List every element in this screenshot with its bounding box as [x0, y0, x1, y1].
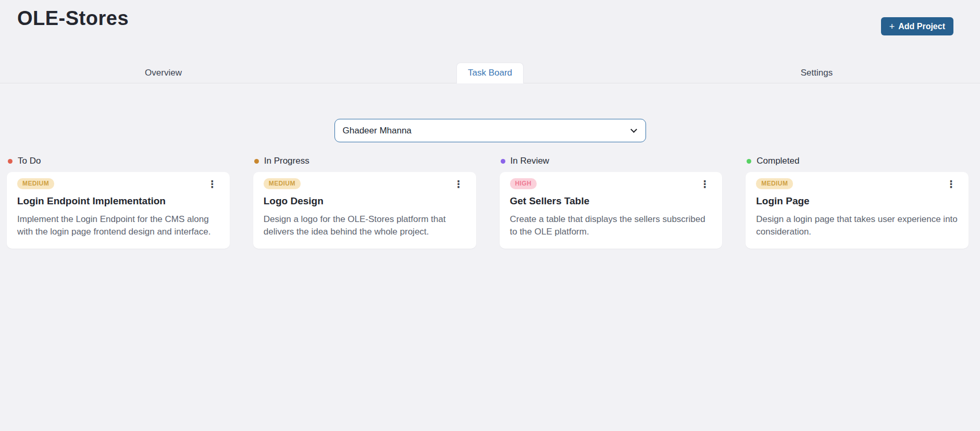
task-description: Implement the Login Endpoint for the CMS… [17, 213, 219, 238]
task-description: Design a logo for the OLE-Stores platfor… [264, 213, 466, 238]
tab-task-board[interactable]: Task Board [456, 63, 524, 83]
task-description: Create a table that displays the sellers… [510, 213, 712, 238]
task-card[interactable]: MEDIUM ⋮ Login Endpoint Implementation I… [7, 172, 230, 249]
app-root: OLE-Stores + Add Project Overview Task B… [0, 0, 980, 249]
task-description: Design a login page that takes user expe… [756, 213, 958, 238]
tab-settings[interactable]: Settings [790, 63, 843, 83]
tab-overview[interactable]: Overview [134, 63, 193, 83]
task-board-panel: Ghadeer Mhanna To Do MEDIUM ⋮ Login Endp… [0, 83, 980, 249]
column-title: In Progress [264, 156, 309, 166]
kanban-board: To Do MEDIUM ⋮ Login Endpoint Implementa… [0, 156, 980, 249]
add-project-button[interactable]: + Add Project [881, 17, 953, 35]
kebab-menu-icon[interactable]: ⋮ [452, 178, 466, 189]
column-title: Completed [756, 156, 799, 166]
priority-badge: MEDIUM [17, 178, 54, 189]
column-header: To Do [8, 156, 230, 166]
column-header: In Progress [254, 156, 476, 166]
column-title: In Review [511, 156, 550, 166]
task-card[interactable]: HIGH ⋮ Get Sellers Table Create a table … [500, 172, 723, 249]
column-in-review: In Review HIGH ⋮ Get Sellers Table Creat… [500, 156, 723, 249]
card-top-row: MEDIUM ⋮ [756, 178, 958, 189]
column-completed: Completed MEDIUM ⋮ Login Page Design a l… [746, 156, 969, 249]
tab-slot-overview: Overview [0, 63, 327, 83]
assignee-select[interactable]: Ghadeer Mhanna [334, 119, 646, 142]
task-title: Get Sellers Table [510, 195, 712, 207]
kebab-menu-icon[interactable]: ⋮ [205, 178, 219, 189]
status-dot [747, 159, 751, 164]
card-top-row: HIGH ⋮ [510, 178, 712, 189]
task-card[interactable]: MEDIUM ⋮ Logo Design Design a logo for t… [253, 172, 476, 249]
card-top-row: MEDIUM ⋮ [264, 178, 466, 189]
priority-badge: HIGH [510, 178, 537, 189]
tab-slot-task-board: Task Board [327, 63, 653, 83]
priority-badge: MEDIUM [756, 178, 793, 189]
status-dot [8, 159, 13, 164]
column-title: To Do [18, 156, 41, 166]
status-dot [254, 159, 259, 164]
task-title: Login Endpoint Implementation [17, 195, 219, 207]
tab-bar: Overview Task Board Settings [0, 63, 980, 83]
plus-icon: + [889, 22, 895, 31]
header: OLE-Stores + Add Project Overview Task B… [0, 0, 980, 83]
task-card[interactable]: MEDIUM ⋮ Login Page Design a login page … [746, 172, 969, 249]
priority-badge: MEDIUM [264, 178, 301, 189]
column-header: Completed [747, 156, 969, 166]
column-header: In Review [501, 156, 723, 166]
kebab-menu-icon[interactable]: ⋮ [944, 178, 958, 189]
tab-slot-settings: Settings [653, 63, 980, 83]
task-title: Logo Design [264, 195, 466, 207]
kebab-menu-icon[interactable]: ⋮ [698, 178, 712, 189]
card-top-row: MEDIUM ⋮ [17, 178, 219, 189]
assignee-select-wrap: Ghadeer Mhanna [334, 119, 646, 142]
column-to-do: To Do MEDIUM ⋮ Login Endpoint Implementa… [7, 156, 230, 249]
add-project-label: Add Project [898, 22, 945, 31]
column-in-progress: In Progress MEDIUM ⋮ Logo Design Design … [253, 156, 476, 249]
task-title: Login Page [756, 195, 958, 207]
status-dot [501, 159, 505, 164]
page-title: OLE-Stores [17, 7, 129, 30]
